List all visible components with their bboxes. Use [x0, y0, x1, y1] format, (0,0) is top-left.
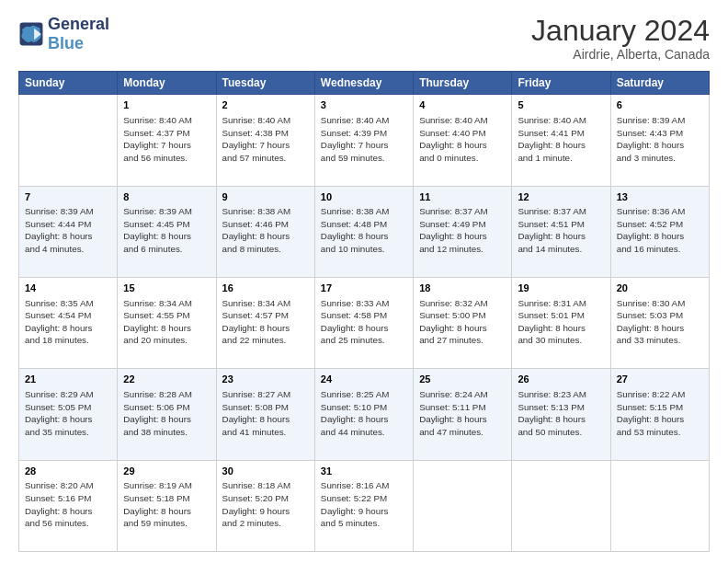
- calendar-week-row: 1Sunrise: 8:40 AMSunset: 4:37 PMDaylight…: [19, 95, 710, 186]
- day-info: Sunrise: 8:40 AMSunset: 4:37 PMDaylight:…: [123, 114, 210, 164]
- calendar-cell: 20Sunrise: 8:30 AMSunset: 5:03 PMDayligh…: [610, 277, 709, 368]
- day-number: 21: [25, 373, 111, 386]
- day-number: 17: [321, 282, 407, 295]
- day-info: Sunrise: 8:22 AMSunset: 5:15 PMDaylight:…: [617, 388, 703, 438]
- day-number: 5: [518, 98, 604, 112]
- calendar-day-header: Monday: [118, 72, 216, 95]
- day-info: Sunrise: 8:28 AMSunset: 5:06 PMDaylight:…: [123, 388, 210, 438]
- calendar-cell: [19, 95, 118, 186]
- day-number: 9: [222, 190, 309, 204]
- calendar-cell: 10Sunrise: 8:38 AMSunset: 4:48 PMDayligh…: [314, 186, 413, 277]
- day-number: 23: [222, 373, 309, 386]
- calendar-day-header: Wednesday: [314, 72, 413, 95]
- calendar-day-header: Friday: [512, 72, 610, 95]
- title-block: January 2024 Airdrie, Alberta, Canada: [531, 15, 710, 62]
- day-number: 7: [25, 190, 111, 204]
- calendar-header-row: SundayMondayTuesdayWednesdayThursdayFrid…: [19, 72, 710, 95]
- day-info: Sunrise: 8:40 AMSunset: 4:40 PMDaylight:…: [419, 114, 506, 164]
- calendar-cell: [512, 460, 610, 551]
- calendar-cell: 25Sunrise: 8:24 AMSunset: 5:11 PMDayligh…: [414, 369, 512, 460]
- day-info: Sunrise: 8:23 AMSunset: 5:13 PMDaylight:…: [518, 388, 604, 438]
- day-number: 31: [321, 465, 407, 478]
- day-info: Sunrise: 8:33 AMSunset: 4:58 PMDaylight:…: [321, 297, 407, 347]
- header: General Blue January 2024 Airdrie, Alber…: [18, 15, 710, 62]
- calendar-cell: 11Sunrise: 8:37 AMSunset: 4:49 PMDayligh…: [414, 186, 512, 277]
- day-info: Sunrise: 8:38 AMSunset: 4:46 PMDaylight:…: [222, 205, 309, 255]
- subtitle: Airdrie, Alberta, Canada: [531, 47, 710, 62]
- day-number: 14: [25, 282, 111, 295]
- day-number: 20: [617, 282, 703, 295]
- calendar-cell: 19Sunrise: 8:31 AMSunset: 5:01 PMDayligh…: [512, 277, 610, 368]
- day-number: 19: [518, 282, 604, 295]
- calendar-cell: 15Sunrise: 8:34 AMSunset: 4:55 PMDayligh…: [118, 277, 216, 368]
- logo-text: General Blue: [48, 15, 109, 52]
- day-number: 3: [321, 98, 407, 112]
- logo-icon: [18, 21, 44, 47]
- calendar-day-header: Tuesday: [216, 72, 314, 95]
- day-info: Sunrise: 8:24 AMSunset: 5:11 PMDaylight:…: [419, 388, 506, 438]
- day-number: 18: [419, 282, 506, 295]
- day-info: Sunrise: 8:37 AMSunset: 4:51 PMDaylight:…: [518, 205, 604, 255]
- day-number: 13: [617, 190, 703, 204]
- calendar-cell: 16Sunrise: 8:34 AMSunset: 4:57 PMDayligh…: [216, 277, 314, 368]
- day-info: Sunrise: 8:34 AMSunset: 4:57 PMDaylight:…: [222, 297, 309, 347]
- calendar-cell: 8Sunrise: 8:39 AMSunset: 4:45 PMDaylight…: [118, 186, 216, 277]
- logo: General Blue: [18, 15, 109, 52]
- day-number: 1: [123, 98, 210, 112]
- day-number: 26: [518, 373, 604, 386]
- day-info: Sunrise: 8:39 AMSunset: 4:45 PMDaylight:…: [123, 205, 210, 255]
- day-number: 29: [123, 465, 210, 478]
- calendar-cell: 4Sunrise: 8:40 AMSunset: 4:40 PMDaylight…: [414, 95, 512, 186]
- calendar-cell: 13Sunrise: 8:36 AMSunset: 4:52 PMDayligh…: [610, 186, 709, 277]
- calendar-cell: 30Sunrise: 8:18 AMSunset: 5:20 PMDayligh…: [216, 460, 314, 551]
- day-number: 28: [25, 465, 111, 478]
- day-number: 16: [222, 282, 309, 295]
- calendar-cell: 1Sunrise: 8:40 AMSunset: 4:37 PMDaylight…: [118, 95, 216, 186]
- day-number: 22: [123, 373, 210, 386]
- day-info: Sunrise: 8:19 AMSunset: 5:18 PMDaylight:…: [123, 479, 210, 529]
- day-number: 10: [321, 190, 407, 204]
- calendar-cell: 29Sunrise: 8:19 AMSunset: 5:18 PMDayligh…: [118, 460, 216, 551]
- calendar-table: SundayMondayTuesdayWednesdayThursdayFrid…: [18, 71, 710, 552]
- day-info: Sunrise: 8:29 AMSunset: 5:05 PMDaylight:…: [25, 388, 111, 438]
- day-number: 8: [123, 190, 210, 204]
- calendar-cell: [414, 460, 512, 551]
- day-number: 6: [617, 98, 703, 112]
- day-number: 25: [419, 373, 506, 386]
- calendar-cell: 17Sunrise: 8:33 AMSunset: 4:58 PMDayligh…: [314, 277, 413, 368]
- month-title: January 2024: [531, 15, 710, 47]
- calendar-cell: 27Sunrise: 8:22 AMSunset: 5:15 PMDayligh…: [610, 369, 709, 460]
- calendar-day-header: Sunday: [19, 72, 118, 95]
- calendar-day-header: Thursday: [414, 72, 512, 95]
- day-info: Sunrise: 8:30 AMSunset: 5:03 PMDaylight:…: [617, 297, 703, 347]
- day-number: 2: [222, 98, 309, 112]
- day-info: Sunrise: 8:31 AMSunset: 5:01 PMDaylight:…: [518, 297, 604, 347]
- calendar-cell: 23Sunrise: 8:27 AMSunset: 5:08 PMDayligh…: [216, 369, 314, 460]
- day-info: Sunrise: 8:37 AMSunset: 4:49 PMDaylight:…: [419, 205, 506, 255]
- calendar-cell: 26Sunrise: 8:23 AMSunset: 5:13 PMDayligh…: [512, 369, 610, 460]
- calendar-cell: 21Sunrise: 8:29 AMSunset: 5:05 PMDayligh…: [19, 369, 118, 460]
- page: General Blue January 2024 Airdrie, Alber…: [0, 0, 728, 563]
- calendar-cell: 6Sunrise: 8:39 AMSunset: 4:43 PMDaylight…: [610, 95, 709, 186]
- day-info: Sunrise: 8:39 AMSunset: 4:44 PMDaylight:…: [25, 205, 111, 255]
- day-info: Sunrise: 8:35 AMSunset: 4:54 PMDaylight:…: [25, 297, 111, 347]
- day-number: 24: [321, 373, 407, 386]
- day-number: 27: [617, 373, 703, 386]
- calendar-cell: 14Sunrise: 8:35 AMSunset: 4:54 PMDayligh…: [19, 277, 118, 368]
- calendar-cell: 28Sunrise: 8:20 AMSunset: 5:16 PMDayligh…: [19, 460, 118, 551]
- day-info: Sunrise: 8:18 AMSunset: 5:20 PMDaylight:…: [222, 479, 309, 529]
- calendar-cell: 31Sunrise: 8:16 AMSunset: 5:22 PMDayligh…: [314, 460, 413, 551]
- day-info: Sunrise: 8:38 AMSunset: 4:48 PMDaylight:…: [321, 205, 407, 255]
- day-number: 30: [222, 465, 309, 478]
- day-number: 4: [419, 98, 506, 112]
- day-info: Sunrise: 8:27 AMSunset: 5:08 PMDaylight:…: [222, 388, 309, 438]
- day-info: Sunrise: 8:25 AMSunset: 5:10 PMDaylight:…: [321, 388, 407, 438]
- calendar-week-row: 28Sunrise: 8:20 AMSunset: 5:16 PMDayligh…: [19, 460, 710, 551]
- calendar-cell: 3Sunrise: 8:40 AMSunset: 4:39 PMDaylight…: [314, 95, 413, 186]
- day-number: 15: [123, 282, 210, 295]
- day-info: Sunrise: 8:32 AMSunset: 5:00 PMDaylight:…: [419, 297, 506, 347]
- calendar-week-row: 7Sunrise: 8:39 AMSunset: 4:44 PMDaylight…: [19, 186, 710, 277]
- calendar-cell: 5Sunrise: 8:40 AMSunset: 4:41 PMDaylight…: [512, 95, 610, 186]
- day-number: 12: [518, 190, 604, 204]
- calendar-week-row: 21Sunrise: 8:29 AMSunset: 5:05 PMDayligh…: [19, 369, 710, 460]
